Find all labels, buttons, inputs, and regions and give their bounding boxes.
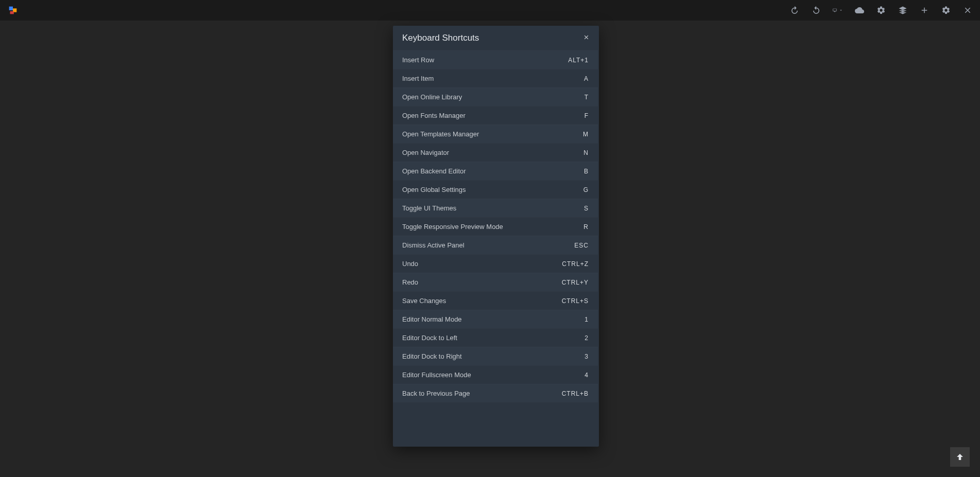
shortcut-key: 2	[584, 334, 589, 342]
shortcut-label: Toggle Responsive Preview Mode	[402, 223, 503, 231]
shortcut-label: Editor Dock to Left	[402, 334, 457, 342]
shortcut-label: Editor Normal Mode	[402, 315, 462, 323]
shortcut-label: Toggle UI Themes	[402, 204, 456, 212]
redo-icon[interactable]	[811, 5, 821, 15]
shortcut-row: RedoCTRL+Y	[393, 273, 598, 291]
shortcut-row: Open Fonts ManagerF	[393, 106, 598, 125]
shortcut-key: T	[584, 94, 589, 101]
shortcut-label: Insert Item	[402, 75, 434, 82]
shortcut-label: Open Navigator	[402, 149, 449, 156]
shortcut-key: R	[583, 223, 589, 231]
layers-icon[interactable]	[898, 5, 908, 15]
toolbar-right	[789, 5, 973, 15]
shortcut-key: CTRL+S	[562, 297, 589, 305]
shortcut-row: Dismiss Active PanelESC	[393, 236, 598, 254]
shortcut-key: CTRL+Z	[562, 260, 589, 268]
shortcut-label: Open Backend Editor	[402, 167, 466, 175]
shortcut-key: F	[584, 112, 589, 119]
preferences-gear-icon[interactable]	[941, 5, 951, 15]
shortcut-label: Open Fonts Manager	[402, 112, 466, 119]
shortcut-row: Open NavigatorN	[393, 143, 598, 162]
responsive-preview-icon[interactable]	[833, 5, 843, 15]
shortcut-key: ALT+1	[568, 57, 589, 64]
shortcut-row: Open Global SettingsG	[393, 180, 598, 199]
shortcut-key: CTRL+B	[562, 390, 589, 397]
undo-icon[interactable]	[789, 5, 800, 15]
shortcut-row: Open Online LibraryT	[393, 87, 598, 106]
scroll-to-top-button[interactable]	[950, 447, 970, 467]
shortcut-label: Open Online Library	[402, 93, 462, 101]
shortcut-label: Save Changes	[402, 297, 446, 305]
toolbar-left	[7, 5, 19, 16]
shortcut-label: Back to Previous Page	[402, 390, 470, 397]
shortcut-key: ESC	[574, 242, 589, 249]
settings-gear-icon[interactable]	[876, 5, 886, 15]
shortcut-label: Open Global Settings	[402, 186, 466, 193]
modal-header: Keyboard Shortcuts	[393, 26, 599, 50]
chevron-down-icon	[839, 6, 843, 15]
shortcut-row: Toggle UI ThemesS	[393, 199, 598, 217]
shortcut-key: G	[583, 186, 589, 193]
shortcut-label: Redo	[402, 278, 418, 286]
shortcut-key: 4	[584, 372, 589, 379]
shortcut-key: S	[584, 205, 589, 212]
shortcut-row: Open Backend EditorB	[393, 162, 598, 180]
modal-title: Keyboard Shortcuts	[402, 33, 479, 43]
shortcut-row: Save ChangesCTRL+S	[393, 291, 598, 310]
shortcut-key: M	[583, 131, 589, 138]
shortcut-label: Open Templates Manager	[402, 130, 479, 138]
shortcut-row: Insert RowALT+1	[393, 50, 598, 69]
shortcut-row: Editor Dock to Right3	[393, 347, 598, 365]
shortcut-key: N	[583, 149, 589, 156]
shortcuts-list[interactable]: Insert RowALT+1Insert ItemAOpen Online L…	[393, 50, 599, 447]
shortcut-key: A	[584, 75, 589, 82]
shortcut-label: Editor Fullscreen Mode	[402, 371, 471, 379]
shortcut-label: Editor Dock to Right	[402, 352, 462, 360]
shortcut-row: Editor Fullscreen Mode4	[393, 365, 598, 384]
shortcut-row: Editor Normal Mode1	[393, 310, 598, 328]
shortcut-row: Open Templates ManagerM	[393, 125, 598, 143]
close-icon[interactable]	[583, 33, 590, 43]
shortcut-row: Back to Previous PageCTRL+B	[393, 384, 598, 402]
shortcut-row: UndoCTRL+Z	[393, 254, 598, 273]
shortcut-key: 3	[584, 353, 589, 360]
shortcut-row: Editor Dock to Left2	[393, 328, 598, 347]
shortcut-label: Insert Row	[402, 56, 434, 64]
shortcut-row: Insert ItemA	[393, 69, 598, 87]
shortcut-key: CTRL+Y	[562, 279, 589, 286]
cloud-save-icon[interactable]	[854, 5, 865, 15]
add-plus-icon[interactable]	[919, 5, 930, 15]
close-x-icon[interactable]	[962, 5, 973, 15]
keyboard-shortcuts-modal: Keyboard Shortcuts Insert RowALT+1Insert…	[393, 26, 599, 447]
shortcut-key: 1	[584, 316, 589, 323]
shortcut-label: Dismiss Active Panel	[402, 241, 465, 249]
shortcut-row: Toggle Responsive Preview ModeR	[393, 217, 598, 236]
app-logo-icon[interactable]	[7, 5, 19, 16]
shortcut-key: B	[584, 168, 589, 175]
shortcut-label: Undo	[402, 260, 418, 268]
top-toolbar	[0, 0, 980, 21]
